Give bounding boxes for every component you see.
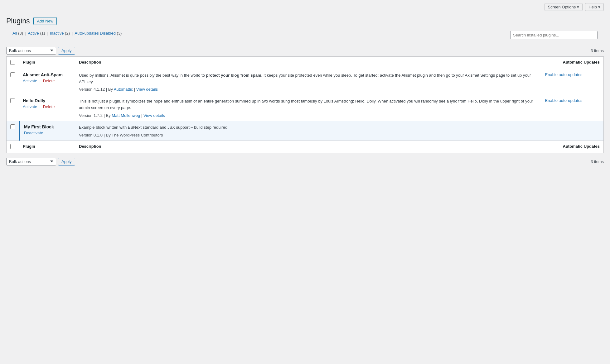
table-row: Akismet Anti-SpamActivate | DeleteUsed b… — [7, 69, 604, 95]
plugin-action-activate-link[interactable]: Activate — [23, 104, 37, 109]
plugin-description-cell: Used by millions, Akismet is quite possi… — [75, 69, 541, 95]
plugin-actions: Activate | Delete — [23, 79, 71, 83]
plugin-name-cell: Hello DollyActivate | Delete — [19, 95, 75, 121]
screen-options-label: Screen Options — [548, 5, 576, 9]
plugin-action-delete-link[interactable]: Delete — [43, 104, 55, 109]
plugin-description: Example block written with ESNext standa… — [79, 124, 538, 131]
filter-active-link[interactable]: Active (1) — [28, 31, 45, 36]
apply-button-bottom[interactable]: Apply — [58, 158, 75, 165]
col-header-cb — [7, 56, 19, 69]
table-row: My First BlockDeactivateExample block wr… — [7, 121, 604, 141]
help-button[interactable]: Help ▾ — [585, 3, 604, 11]
plugin-auto-updates-cell — [541, 121, 604, 141]
plugin-meta: Version 4.1.12 | By Automattic | View de… — [79, 87, 538, 92]
select-all-checkbox-bottom[interactable] — [10, 144, 15, 149]
chevron-down-icon: ▾ — [598, 5, 600, 9]
help-label: Help — [588, 5, 597, 9]
col-footer-plugin: Plugin — [19, 141, 75, 153]
table-row: Hello DollyActivate | DeleteThis is not … — [7, 95, 604, 121]
plugin-actions: Activate | Delete — [23, 104, 71, 109]
bulk-actions-select-top[interactable]: Bulk actions Activate Deactivate Update … — [6, 47, 56, 55]
plugin-author-link[interactable]: Automattic — [114, 87, 133, 92]
plugin-description-cell: This is not just a plugin, it symbolizes… — [75, 95, 541, 121]
plugin-action-deactivate-link[interactable]: Deactivate — [24, 131, 43, 135]
bulk-actions-select-bottom[interactable]: Bulk actions Activate Deactivate Update … — [6, 158, 56, 165]
plugin-row-cb — [7, 121, 19, 141]
plugin-checkbox[interactable] — [10, 72, 15, 77]
plugins-table: Plugin Description Automatic Updates Aki… — [6, 56, 604, 153]
plugin-checkbox[interactable] — [10, 98, 15, 103]
enable-auto-updates-link[interactable]: Enable auto-updates — [545, 98, 583, 103]
col-footer-auto-updates: Automatic Updates — [541, 141, 604, 153]
plugin-name: Akismet Anti-Spam — [23, 72, 71, 77]
plugin-auto-updates-cell: Enable auto-updates — [541, 69, 604, 95]
filter-auto-updates-disabled-link[interactable]: Auto-updates Disabled (3) — [75, 31, 122, 36]
plugin-name: My First Block — [24, 124, 71, 129]
col-header-description: Description — [75, 56, 541, 69]
plugin-description-cell: Example block written with ESNext standa… — [75, 121, 541, 141]
plugin-view-details-link[interactable]: View details — [136, 87, 158, 92]
plugin-actions: Deactivate — [24, 131, 71, 135]
items-count-top: 3 items — [591, 48, 604, 53]
plugin-name-cell: My First BlockDeactivate — [19, 121, 75, 141]
select-all-checkbox-top[interactable] — [10, 60, 15, 65]
plugin-name: Hello Dolly — [23, 98, 71, 103]
add-new-button[interactable]: Add New — [33, 17, 57, 25]
col-header-auto-updates: Automatic Updates — [541, 56, 604, 69]
plugin-checkbox[interactable] — [10, 124, 15, 129]
col-footer-description: Description — [75, 141, 541, 153]
plugin-row-cb — [7, 95, 19, 121]
plugin-meta: Version 0.1.0 | By The WordPress Contrib… — [79, 133, 538, 137]
chevron-down-icon: ▾ — [577, 5, 579, 9]
screen-options-button[interactable]: Screen Options ▾ — [545, 3, 583, 11]
filter-inactive-link[interactable]: Inactive (2) — [50, 31, 70, 36]
plugin-author-link[interactable]: Matt Mullenweg — [112, 113, 140, 118]
apply-button-top[interactable]: Apply — [58, 47, 75, 55]
items-count-bottom: 3 items — [591, 159, 604, 164]
plugin-view-details-link[interactable]: View details — [143, 113, 165, 118]
search-input[interactable] — [510, 31, 598, 39]
plugin-auto-updates-cell: Enable auto-updates — [541, 95, 604, 121]
col-footer-cb — [7, 141, 19, 153]
plugin-row-cb — [7, 69, 19, 95]
enable-auto-updates-link[interactable]: Enable auto-updates — [545, 72, 583, 77]
page-title: Plugins — [6, 17, 30, 26]
filter-links: All (3) | Active (1) | Inactive (2) | Au… — [6, 31, 128, 39]
plugin-description: This is not just a plugin, it symbolizes… — [79, 98, 538, 111]
col-header-plugin: Plugin — [19, 56, 75, 69]
plugin-description: Used by millions, Akismet is quite possi… — [79, 72, 538, 85]
plugin-action-activate-link[interactable]: Activate — [23, 79, 37, 83]
action-separator: | — [38, 104, 42, 109]
plugin-action-delete-link[interactable]: Delete — [43, 79, 55, 83]
action-separator: | — [38, 79, 42, 83]
filter-all-link[interactable]: All (3) — [12, 31, 23, 36]
plugin-name-cell: Akismet Anti-SpamActivate | Delete — [19, 69, 75, 95]
active-bar — [19, 121, 20, 141]
plugin-meta: Version 1.7.2 | By Matt Mullenweg | View… — [79, 113, 538, 118]
